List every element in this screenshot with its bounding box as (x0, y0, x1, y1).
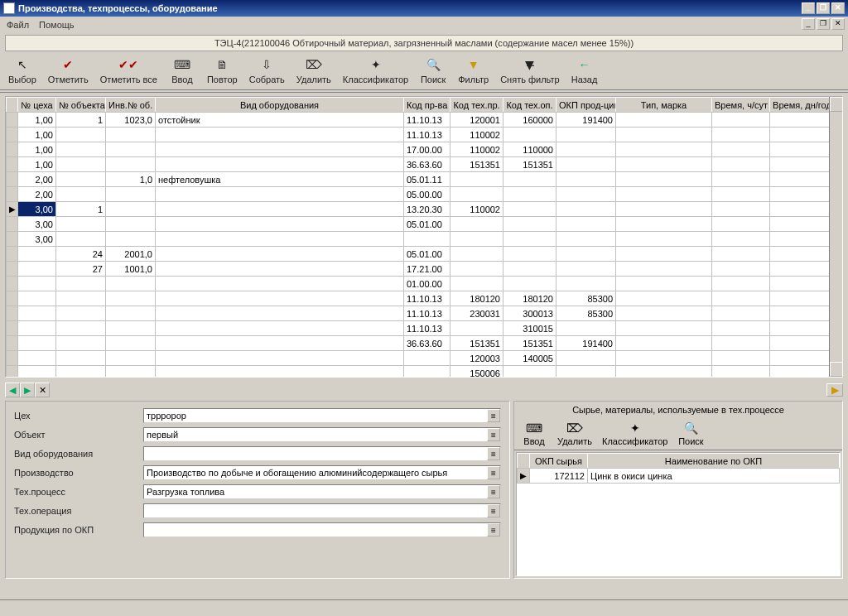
cursor-icon: ↖ (14, 56, 31, 73)
select-button[interactable]: ↖Выбор (5, 55, 40, 86)
restore-button[interactable]: ❐ (817, 2, 830, 14)
table-row[interactable]: 150006 (7, 366, 830, 378)
menu-file[interactable]: Файл (7, 20, 29, 30)
table-row[interactable]: 2,0005.00.00 (7, 187, 830, 202)
techpr-label: Тех.процесс (14, 487, 138, 497)
table-row[interactable]: 1,0011023,0отстойник11.10.13120001160000… (7, 113, 830, 128)
table-row[interactable]: 271001,017.21.00 (7, 262, 830, 277)
table-row[interactable]: 242001,005.01.00 (7, 247, 830, 262)
chevron-down-icon[interactable]: ≡ (487, 466, 500, 479)
input-icon: ⌨ (526, 421, 542, 436)
nav-bar: ◀ ▶ ✕ ▶ (0, 381, 848, 399)
col-inv[interactable]: Инв.№ об. (106, 98, 156, 113)
repeat-button[interactable]: 🗎Повтор (204, 55, 241, 86)
col-time-d[interactable]: Время, дн/год (770, 98, 830, 113)
child-minimize-button[interactable]: _ (802, 18, 815, 30)
filter-icon: ▼ (465, 56, 482, 73)
main-toolbar: ↖Выбор ✔Отметить ✔✔Отметить все ⌨Ввод 🗎П… (0, 53, 848, 90)
table-row[interactable]: 11.10.1323003130001385300 (7, 306, 830, 321)
filter-button[interactable]: ▼Фильтр (455, 55, 492, 86)
prod-label: Производство (14, 468, 138, 478)
mark-all-button[interactable]: ✔✔Отметить все (97, 55, 161, 86)
nav-prev-button[interactable]: ◀ (5, 383, 20, 397)
minimize-button[interactable]: _ (802, 2, 815, 14)
mark-button[interactable]: ✔Отметить (45, 55, 92, 86)
table-row[interactable]: 2,001,0нефтеловушка05.01.11 (7, 172, 830, 187)
col-ceh[interactable]: № цеха (18, 98, 56, 113)
scrollbar[interactable] (829, 97, 842, 377)
chevron-down-icon[interactable]: ≡ (487, 447, 500, 460)
table-row[interactable]: 120003140005 (7, 351, 830, 366)
chevron-down-icon[interactable]: ≡ (487, 485, 500, 498)
status-bar (0, 599, 848, 616)
col-tip[interactable]: Тип, марка (616, 98, 712, 113)
col-kod-techpr[interactable]: Код тех.пр. (450, 98, 504, 113)
play-button[interactable]: ▶ (826, 383, 843, 397)
col-okp-name[interactable]: Наименование по ОКП (588, 454, 840, 469)
equip-input[interactable]: ≡ (143, 446, 501, 461)
delete-button[interactable]: ⌦Удалить (293, 55, 335, 86)
techop-input[interactable]: ≡ (143, 503, 501, 518)
table-row[interactable]: 01.00.00 (7, 277, 830, 291)
table-row[interactable]: 36.63.60151351151351191400 (7, 336, 830, 351)
chevron-down-icon[interactable]: ≡ (487, 523, 500, 537)
menu-help[interactable]: Помощь (39, 20, 75, 30)
search-button[interactable]: 🔍Поиск (417, 55, 450, 86)
ceh-label: Цех (14, 411, 138, 421)
okp-label: Продукция по ОКП (14, 525, 138, 535)
clear-filter-button[interactable]: ▼̶Снять фильтр (497, 55, 562, 86)
chevron-down-icon[interactable]: ≡ (487, 504, 500, 517)
techop-label: Тех.операция (14, 506, 138, 516)
delete-icon: ⌦ (566, 421, 583, 436)
close-button[interactable]: ✕ (831, 2, 845, 14)
classifier-button[interactable]: ✦Классификатор (340, 55, 412, 86)
input-button[interactable]: ⌨Ввод (166, 55, 199, 86)
col-equip[interactable]: Вид оборудования (156, 98, 404, 113)
table-row[interactable]: ▶172112Цинк в окиси цинка (518, 469, 840, 484)
clear-filter-icon: ▼̶ (522, 56, 538, 73)
sub-input-button[interactable]: ⌨Ввод (518, 420, 551, 448)
child-restore-button[interactable]: ❐ (817, 18, 830, 30)
table-row[interactable]: 11.10.13310015 (7, 321, 830, 336)
table-row[interactable]: 3,00 (7, 232, 830, 247)
chevron-down-icon[interactable]: ≡ (487, 409, 500, 422)
col-okp[interactable]: ОКП прод-ции (556, 98, 616, 113)
app-icon (3, 2, 15, 14)
equip-label: Вид оборудования (14, 449, 138, 459)
table-row[interactable]: 1,0011.10.13110002 (7, 128, 830, 142)
table-row[interactable]: 11.10.1318012018012085300 (7, 291, 830, 306)
classifier-icon: ✦ (368, 56, 384, 73)
col-time-h[interactable]: Время, ч/сут (712, 98, 770, 113)
nav-cancel-button[interactable]: ✕ (35, 383, 50, 397)
materials-panel: Сырье, материалы, используемые в тех.про… (513, 401, 843, 579)
sub-delete-button[interactable]: ⌦Удалить (554, 420, 595, 448)
col-okp-raw[interactable]: ОКП сырья (530, 454, 588, 469)
table-row[interactable]: 1,0017.00.00110002110000 (7, 142, 830, 157)
table-row[interactable]: 1,0036.63.60151351151351 (7, 157, 830, 172)
child-close-button[interactable]: ✕ (831, 18, 845, 30)
obj-input[interactable]: первый≡ (143, 427, 501, 442)
table-row[interactable]: 3,0005.01.00 (7, 217, 830, 232)
materials-header: Сырье, материалы, используемые в тех.про… (514, 402, 842, 418)
chevron-down-icon[interactable]: ≡ (487, 428, 500, 441)
ceh-input[interactable]: тррророр≡ (143, 408, 501, 423)
col-kod-techop[interactable]: Код тех.оп. (504, 98, 556, 113)
materials-grid[interactable]: ОКП сырья Наименование по ОКП ▶172112Цин… (516, 452, 841, 576)
back-icon: ← (576, 56, 593, 73)
main-grid[interactable]: № цеха № объекта Инв.№ об. Вид оборудова… (5, 96, 843, 378)
classifier-icon: ✦ (630, 421, 640, 436)
col-obj[interactable]: № объекта (56, 98, 106, 113)
menu-bar: Файл Помощь (0, 17, 848, 33)
okp-input[interactable]: ≡ (143, 522, 501, 537)
repeat-icon: 🗎 (214, 56, 230, 73)
sub-classifier-button[interactable]: ✦Классификатор (599, 420, 671, 448)
col-kod-pr[interactable]: Код пр-ва (404, 98, 450, 113)
back-button[interactable]: ←Назад (568, 55, 601, 86)
table-row[interactable]: ▶3,00113.20.30110002 (7, 202, 830, 217)
collect-button[interactable]: ⇩Собрать (246, 55, 288, 86)
sub-search-button[interactable]: 🔍Поиск (674, 420, 707, 448)
delete-icon: ⌦ (306, 56, 322, 73)
techpr-input[interactable]: Разгрузка топлива≡ (143, 484, 501, 499)
nav-next-button[interactable]: ▶ (20, 383, 35, 397)
prod-input[interactable]: Производство по добыче и обогащению алюм… (143, 465, 501, 480)
